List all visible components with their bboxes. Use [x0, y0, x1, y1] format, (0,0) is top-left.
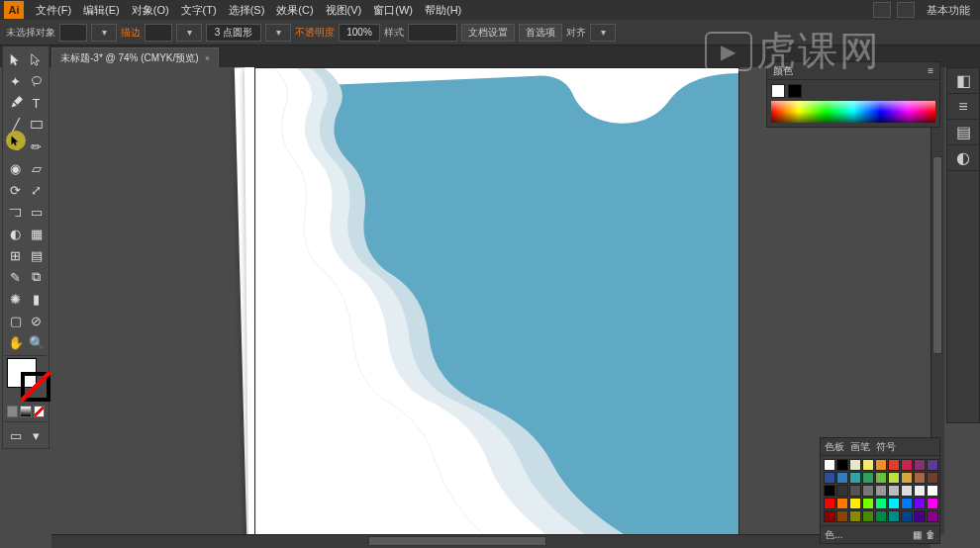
swatches-new-icon[interactable]: ▦ [913, 529, 922, 540]
swatch[interactable] [914, 510, 926, 522]
swatch[interactable] [862, 485, 874, 497]
swatch[interactable] [927, 498, 938, 509]
menu-view[interactable]: 视图(V) [320, 3, 368, 18]
color-panel-title[interactable]: 颜色 [773, 64, 793, 78]
fill-dropdown[interactable]: ▾ [91, 24, 117, 42]
panel-icon-gradient[interactable]: ▤ [947, 120, 979, 145]
v-scroll-thumb[interactable] [932, 156, 942, 354]
swatch[interactable] [836, 459, 848, 471]
gradient-tool[interactable]: ▤ [26, 244, 47, 266]
swatch[interactable] [901, 472, 913, 484]
eraser-tool[interactable]: ▱ [26, 157, 47, 179]
lasso-tool[interactable] [26, 70, 47, 92]
pencil-tool[interactable]: ✏ [26, 136, 47, 157]
stroke-color-box[interactable] [21, 372, 50, 402]
swatch[interactable] [875, 485, 887, 497]
align-dropdown[interactable]: ▾ [590, 24, 616, 42]
swatch[interactable] [824, 498, 835, 509]
swatch[interactable] [875, 510, 887, 522]
swatch[interactable] [901, 498, 913, 509]
swatch[interactable] [862, 498, 874, 509]
pen-tool[interactable] [5, 92, 26, 114]
blend-tool[interactable]: ⧉ [26, 266, 47, 288]
swatch[interactable] [824, 485, 835, 497]
shape-builder-tool[interactable]: ◐ [5, 223, 26, 244]
menu-type[interactable]: 文字(T) [175, 3, 223, 18]
swatches-tab[interactable]: 色板 [825, 440, 844, 454]
swatches-trash-icon[interactable]: 🗑 [926, 529, 935, 540]
layout-icon[interactable] [873, 2, 891, 18]
horizontal-scrollbar[interactable] [51, 534, 931, 548]
menu-window[interactable]: 窗口(W) [367, 3, 419, 18]
swatch[interactable] [888, 510, 900, 522]
document-tab-close[interactable]: × [205, 53, 210, 63]
swatch[interactable] [824, 472, 835, 484]
symbol-sprayer-tool[interactable]: ✺ [5, 288, 26, 310]
free-transform-tool[interactable]: ▭ [26, 201, 47, 223]
artboard[interactable] [254, 67, 739, 538]
swatch[interactable] [927, 459, 938, 471]
color-spectrum[interactable] [771, 101, 935, 123]
swatch[interactable] [875, 459, 887, 471]
opacity-input[interactable] [339, 24, 380, 42]
width-tool[interactable]: ⫎ [5, 201, 26, 223]
swatch[interactable] [836, 472, 848, 484]
menu-edit[interactable]: 编辑(E) [77, 3, 126, 18]
swatch[interactable] [888, 472, 900, 484]
fill-swatch[interactable] [59, 24, 87, 42]
canvas-viewport[interactable] [51, 67, 944, 548]
none-mode-button[interactable] [34, 406, 45, 417]
swatch[interactable] [901, 510, 913, 522]
stroke-label[interactable]: 描边 [121, 26, 141, 40]
menu-object[interactable]: 对象(O) [126, 3, 175, 18]
panel-icon-stroke[interactable]: ≡ [947, 94, 979, 120]
direct-selection-tool[interactable] [26, 48, 47, 70]
hand-tool[interactable]: ✋ [5, 331, 26, 353]
swatch[interactable] [888, 498, 900, 509]
swatch[interactable] [888, 485, 900, 497]
swatch[interactable] [875, 472, 887, 484]
swatch[interactable] [849, 498, 861, 509]
workspace-switcher[interactable]: 基本功能 [921, 3, 976, 18]
swatch[interactable] [927, 485, 938, 497]
slice-tool[interactable]: ⊘ [26, 310, 47, 331]
swatch[interactable] [824, 459, 835, 471]
swatch[interactable] [849, 510, 861, 522]
swatch[interactable] [901, 485, 913, 497]
artboard-tool[interactable]: ▢ [5, 310, 26, 331]
style-select[interactable] [408, 24, 457, 42]
swatch[interactable] [914, 459, 926, 471]
document-tab[interactable]: 未标题-3* @ 74% (CMYK/预览) × [51, 47, 219, 67]
panel-icon-color[interactable]: ◧ [947, 68, 979, 94]
rectangle-tool[interactable] [26, 114, 47, 136]
column-graph-tool[interactable]: ▮ [26, 288, 47, 310]
type-tool[interactable]: T [26, 92, 47, 114]
change-screen-button[interactable]: ▾ [26, 424, 47, 446]
gradient-mode-button[interactable] [20, 406, 31, 417]
stroke-weight-dropdown[interactable]: ▾ [265, 24, 291, 42]
stroke-swatch[interactable] [145, 24, 172, 42]
swatch[interactable] [862, 510, 874, 522]
screen-mode-button[interactable]: ▭ [5, 424, 26, 446]
color-mode-button[interactable] [7, 406, 18, 417]
blob-brush-tool[interactable]: ◉ [5, 157, 26, 179]
swatch[interactable] [914, 485, 926, 497]
h-scroll-thumb[interactable] [368, 536, 546, 546]
swatch[interactable] [862, 459, 874, 471]
swatch[interactable] [849, 472, 861, 484]
preferences-button[interactable]: 首选项 [519, 24, 562, 42]
color-stroke-swatch[interactable] [788, 84, 802, 98]
panel-icon-transparency[interactable]: ◐ [947, 145, 979, 171]
swatch[interactable] [901, 459, 913, 471]
swatch[interactable] [836, 485, 848, 497]
color-panel-menu-icon[interactable]: ≡ [928, 65, 933, 76]
magic-wand-tool[interactable]: ✦ [5, 70, 26, 92]
swatch[interactable] [836, 498, 848, 509]
zoom-tool[interactable]: 🔍 [26, 331, 47, 353]
scale-tool[interactable]: ⤢ [26, 179, 47, 201]
swatch[interactable] [824, 510, 835, 522]
swatch[interactable] [927, 472, 938, 484]
menu-select[interactable]: 选择(S) [223, 3, 271, 18]
menu-help[interactable]: 帮助(H) [419, 3, 467, 18]
mesh-tool[interactable]: ⊞ [5, 244, 26, 266]
